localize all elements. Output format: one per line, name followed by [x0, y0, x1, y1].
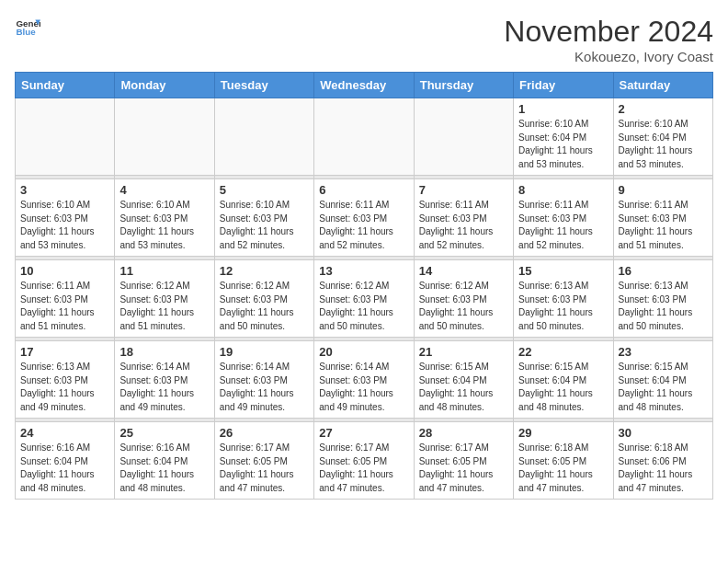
calendar-cell	[16, 98, 115, 176]
calendar-cell: 3Sunrise: 6:10 AM Sunset: 6:03 PM Daylig…	[16, 179, 115, 257]
calendar-cell: 22Sunrise: 6:15 AM Sunset: 6:04 PM Dayli…	[514, 341, 613, 419]
calendar-cell: 21Sunrise: 6:15 AM Sunset: 6:04 PM Dayli…	[414, 341, 513, 419]
day-number: 21	[419, 345, 508, 359]
calendar-table: SundayMondayTuesdayWednesdayThursdayFrid…	[15, 72, 713, 500]
location-title: Kokouezo, Ivory Coast	[504, 49, 713, 64]
day-info: Sunrise: 6:16 AM Sunset: 6:04 PM Dayligh…	[119, 442, 209, 495]
calendar-cell: 13Sunrise: 6:12 AM Sunset: 6:03 PM Dayli…	[314, 260, 414, 338]
calendar-cell: 28Sunrise: 6:17 AM Sunset: 6:05 PM Dayli…	[414, 422, 513, 500]
day-number: 1	[518, 102, 608, 116]
day-info: Sunrise: 6:10 AM Sunset: 6:03 PM Dayligh…	[220, 199, 309, 252]
month-title: November 2024	[504, 15, 713, 49]
calendar-cell: 1Sunrise: 6:10 AM Sunset: 6:04 PM Daylig…	[514, 98, 613, 176]
calendar-cell: 27Sunrise: 6:17 AM Sunset: 6:05 PM Dayli…	[314, 422, 414, 500]
day-number: 2	[619, 102, 708, 116]
day-number: 28	[419, 426, 508, 440]
day-info: Sunrise: 6:11 AM Sunset: 6:03 PM Dayligh…	[419, 199, 508, 252]
day-info: Sunrise: 6:16 AM Sunset: 6:04 PM Dayligh…	[20, 442, 109, 495]
calendar-week-5: 24Sunrise: 6:16 AM Sunset: 6:04 PM Dayli…	[16, 422, 713, 500]
logo: General Blue	[15, 15, 40, 40]
day-info: Sunrise: 6:18 AM Sunset: 6:06 PM Dayligh…	[619, 442, 708, 495]
day-number: 27	[319, 426, 408, 440]
svg-text:Blue: Blue	[16, 27, 36, 37]
day-info: Sunrise: 6:12 AM Sunset: 6:03 PM Dayligh…	[119, 280, 209, 333]
day-number: 17	[20, 345, 109, 359]
day-number: 25	[119, 426, 209, 440]
day-info: Sunrise: 6:11 AM Sunset: 6:03 PM Dayligh…	[518, 199, 608, 252]
day-number: 15	[518, 264, 608, 278]
weekday-header-saturday: Saturday	[613, 73, 712, 98]
day-info: Sunrise: 6:13 AM Sunset: 6:03 PM Dayligh…	[619, 280, 708, 333]
day-number: 22	[518, 345, 608, 359]
day-info: Sunrise: 6:17 AM Sunset: 6:05 PM Dayligh…	[220, 442, 309, 495]
day-number: 24	[20, 426, 109, 440]
calendar-cell: 30Sunrise: 6:18 AM Sunset: 6:06 PM Dayli…	[613, 422, 712, 500]
day-info: Sunrise: 6:17 AM Sunset: 6:05 PM Dayligh…	[419, 442, 508, 495]
calendar-cell: 2Sunrise: 6:10 AM Sunset: 6:04 PM Daylig…	[613, 98, 712, 176]
day-number: 3	[20, 183, 109, 197]
day-number: 7	[419, 183, 508, 197]
day-info: Sunrise: 6:13 AM Sunset: 6:03 PM Dayligh…	[20, 361, 109, 414]
day-info: Sunrise: 6:10 AM Sunset: 6:03 PM Dayligh…	[20, 199, 109, 252]
calendar-week-1: 1Sunrise: 6:10 AM Sunset: 6:04 PM Daylig…	[16, 98, 713, 176]
day-number: 14	[419, 264, 508, 278]
calendar-cell: 29Sunrise: 6:18 AM Sunset: 6:05 PM Dayli…	[514, 422, 613, 500]
calendar-cell: 26Sunrise: 6:17 AM Sunset: 6:05 PM Dayli…	[214, 422, 313, 500]
day-info: Sunrise: 6:14 AM Sunset: 6:03 PM Dayligh…	[319, 361, 408, 414]
day-number: 5	[220, 183, 309, 197]
day-number: 20	[319, 345, 408, 359]
calendar-week-2: 3Sunrise: 6:10 AM Sunset: 6:03 PM Daylig…	[16, 179, 713, 257]
day-number: 23	[619, 345, 708, 359]
day-info: Sunrise: 6:10 AM Sunset: 6:04 PM Dayligh…	[619, 118, 708, 171]
calendar-cell: 19Sunrise: 6:14 AM Sunset: 6:03 PM Dayli…	[214, 341, 313, 419]
day-info: Sunrise: 6:15 AM Sunset: 6:04 PM Dayligh…	[518, 361, 608, 414]
calendar-cell: 24Sunrise: 6:16 AM Sunset: 6:04 PM Dayli…	[16, 422, 115, 500]
calendar-cell: 8Sunrise: 6:11 AM Sunset: 6:03 PM Daylig…	[514, 179, 613, 257]
day-number: 9	[619, 183, 708, 197]
day-info: Sunrise: 6:10 AM Sunset: 6:04 PM Dayligh…	[518, 118, 608, 171]
calendar-cell: 10Sunrise: 6:11 AM Sunset: 6:03 PM Dayli…	[16, 260, 115, 338]
day-number: 10	[20, 264, 109, 278]
weekday-header-friday: Friday	[514, 73, 613, 98]
day-number: 26	[220, 426, 309, 440]
day-info: Sunrise: 6:10 AM Sunset: 6:03 PM Dayligh…	[119, 199, 209, 252]
day-number: 19	[220, 345, 309, 359]
calendar-cell: 5Sunrise: 6:10 AM Sunset: 6:03 PM Daylig…	[214, 179, 313, 257]
calendar-cell: 20Sunrise: 6:14 AM Sunset: 6:03 PM Dayli…	[314, 341, 414, 419]
day-info: Sunrise: 6:12 AM Sunset: 6:03 PM Dayligh…	[220, 280, 309, 333]
calendar-cell: 11Sunrise: 6:12 AM Sunset: 6:03 PM Dayli…	[115, 260, 214, 338]
calendar-cell: 16Sunrise: 6:13 AM Sunset: 6:03 PM Dayli…	[613, 260, 712, 338]
calendar-cell: 25Sunrise: 6:16 AM Sunset: 6:04 PM Dayli…	[115, 422, 214, 500]
logo-icon: General Blue	[15, 15, 40, 40]
day-info: Sunrise: 6:14 AM Sunset: 6:03 PM Dayligh…	[220, 361, 309, 414]
day-number: 18	[119, 345, 209, 359]
calendar-cell: 14Sunrise: 6:12 AM Sunset: 6:03 PM Dayli…	[414, 260, 513, 338]
day-info: Sunrise: 6:12 AM Sunset: 6:03 PM Dayligh…	[419, 280, 508, 333]
day-info: Sunrise: 6:14 AM Sunset: 6:03 PM Dayligh…	[119, 361, 209, 414]
day-number: 16	[619, 264, 708, 278]
calendar-cell: 9Sunrise: 6:11 AM Sunset: 6:03 PM Daylig…	[613, 179, 712, 257]
day-number: 6	[319, 183, 408, 197]
weekday-header-monday: Monday	[115, 73, 214, 98]
day-info: Sunrise: 6:11 AM Sunset: 6:03 PM Dayligh…	[319, 199, 408, 252]
calendar-cell: 18Sunrise: 6:14 AM Sunset: 6:03 PM Dayli…	[115, 341, 214, 419]
calendar-cell: 23Sunrise: 6:15 AM Sunset: 6:04 PM Dayli…	[613, 341, 712, 419]
weekday-header-tuesday: Tuesday	[214, 73, 313, 98]
calendar-cell: 6Sunrise: 6:11 AM Sunset: 6:03 PM Daylig…	[314, 179, 414, 257]
calendar-cell	[414, 98, 513, 176]
calendar-cell	[314, 98, 414, 176]
calendar-cell	[115, 98, 214, 176]
day-number: 12	[220, 264, 309, 278]
day-number: 29	[518, 426, 608, 440]
weekday-header-row: SundayMondayTuesdayWednesdayThursdayFrid…	[16, 73, 713, 98]
weekday-header-wednesday: Wednesday	[314, 73, 414, 98]
day-info: Sunrise: 6:11 AM Sunset: 6:03 PM Dayligh…	[619, 199, 708, 252]
day-info: Sunrise: 6:13 AM Sunset: 6:03 PM Dayligh…	[518, 280, 608, 333]
weekday-header-sunday: Sunday	[16, 73, 115, 98]
calendar-cell: 12Sunrise: 6:12 AM Sunset: 6:03 PM Dayli…	[214, 260, 313, 338]
calendar-cell	[214, 98, 313, 176]
calendar-week-3: 10Sunrise: 6:11 AM Sunset: 6:03 PM Dayli…	[16, 260, 713, 338]
day-info: Sunrise: 6:17 AM Sunset: 6:05 PM Dayligh…	[319, 442, 408, 495]
calendar-cell: 17Sunrise: 6:13 AM Sunset: 6:03 PM Dayli…	[16, 341, 115, 419]
calendar-cell: 15Sunrise: 6:13 AM Sunset: 6:03 PM Dayli…	[514, 260, 613, 338]
